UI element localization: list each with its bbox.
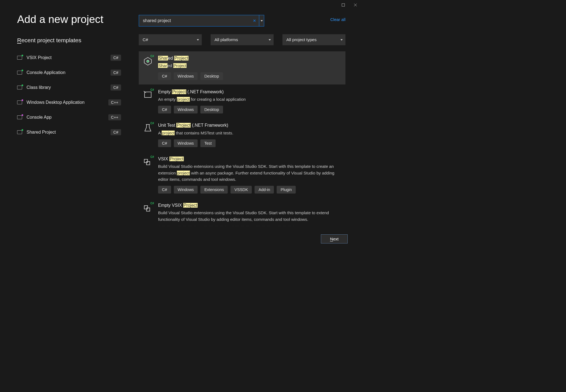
template-icon: C# (143, 157, 153, 167)
template-tag: Test (200, 139, 216, 147)
chevron-down-icon (340, 39, 343, 41)
template-title: VSIX Project (158, 156, 341, 162)
template-tag: C# (158, 106, 171, 113)
search-row: ✕ Clear all (139, 12, 345, 27)
template-tag: Extensions (200, 226, 228, 226)
template-tag: C# (158, 139, 171, 147)
template-title: Unit Test Project (.NET Framework) (158, 122, 341, 128)
recent-template-lang: C# (111, 84, 121, 91)
recent-templates-list: VSIX Project C# Console Application C# C… (17, 50, 121, 140)
template-title: Empty Project (.NET Framework) (158, 89, 341, 95)
template-description: Build Visual Studio extensions using the… (158, 163, 341, 182)
recent-template-lang: C# (111, 70, 121, 76)
close-button[interactable] (349, 1, 361, 9)
template-tag: Windows (174, 139, 198, 147)
template-tag: Desktop (200, 72, 223, 80)
search-input[interactable] (139, 18, 250, 23)
svg-rect-9 (146, 161, 150, 165)
titlebar (0, 0, 362, 10)
project-icon (17, 100, 23, 105)
template-tag: Plugin (277, 186, 295, 194)
svg-rect-0 (342, 4, 345, 6)
template-icon: C# (143, 56, 153, 66)
recent-template-name: Shared Project (27, 130, 111, 135)
chevron-down-icon (269, 39, 271, 41)
recent-template-item[interactable]: Shared Project C# (17, 125, 121, 140)
recent-template-name: Console Application (27, 70, 111, 75)
language-filter[interactable]: C# (139, 34, 202, 45)
chevron-down-icon (197, 39, 199, 41)
filter-row: C# All platforms All project types (139, 34, 345, 45)
project-icon (17, 70, 23, 75)
template-title: Empty VSIX Project (158, 202, 341, 208)
template-tag: Plugin (277, 226, 295, 226)
template-tag: VSSDK (230, 186, 252, 194)
template-tag: C# (158, 186, 171, 194)
page-title: Add a new project (17, 13, 121, 25)
project-type-filter-value: All project types (286, 37, 316, 42)
project-icon (17, 55, 23, 60)
recent-template-item[interactable]: Windows Desktop Application C++ (17, 95, 121, 110)
clear-all-link[interactable]: Clear all (330, 15, 345, 22)
template-icon: C# (143, 203, 153, 213)
template-description: A project that contains MSTest unit test… (158, 130, 341, 136)
recent-template-item[interactable]: VSIX Project C# (17, 50, 121, 65)
template-description: Build Visual Studio extensions using the… (158, 210, 341, 223)
recent-template-item[interactable]: Console App C++ (17, 110, 121, 125)
language-filter-value: C# (143, 37, 148, 42)
template-tag: Windows (174, 72, 198, 80)
recent-template-name: VSIX Project (27, 55, 111, 60)
template-tags: C#WindowsExtensionsVSSDKAdd-inPlugin (158, 226, 341, 226)
recent-template-item[interactable]: Console Application C# (17, 65, 121, 80)
maximize-button[interactable] (337, 1, 349, 9)
recent-template-lang: C# (111, 55, 121, 61)
template-description: An empty project for creating a local ap… (158, 96, 341, 102)
template-tag: Extensions (200, 186, 228, 194)
template-tag: Add-in (255, 186, 274, 194)
next-button[interactable]: Next (321, 234, 348, 243)
template-item[interactable]: C# Shared Project Shared Project C#Windo… (139, 51, 345, 84)
template-tag: C# (158, 226, 171, 226)
project-icon (17, 129, 23, 135)
recent-templates-heading: Recent project templates (17, 37, 121, 44)
project-icon (17, 85, 23, 90)
recent-template-lang: C++ (108, 114, 121, 120)
search-dropdown-button[interactable] (259, 15, 264, 26)
template-tag: Add-in (255, 226, 274, 226)
template-tags: C#WindowsDesktop (158, 106, 341, 113)
right-pane: ✕ Clear all C# All platforms (128, 12, 345, 226)
dialog-window: Add a new project Recent project templat… (0, 0, 362, 251)
template-item[interactable]: C# VSIX Project Build Visual Studio exte… (139, 152, 345, 198)
project-type-filter[interactable]: All project types (282, 34, 345, 45)
template-item[interactable]: C# Empty VSIX Project Build Visual Studi… (139, 198, 345, 226)
search-box: ✕ (139, 15, 264, 27)
svg-rect-11 (146, 208, 150, 211)
recent-template-item[interactable]: Class library C# (17, 80, 121, 95)
recent-template-name: Console App (27, 115, 108, 120)
platform-filter-value: All platforms (214, 37, 238, 42)
template-tag: Windows (174, 106, 198, 113)
template-tag: Windows (174, 226, 198, 226)
recent-template-name: Class library (27, 85, 111, 90)
template-tags: C#WindowsTest (158, 139, 341, 147)
template-title: Shared Project (158, 55, 341, 61)
search-clear-button[interactable]: ✕ (250, 18, 259, 23)
footer: Next (0, 226, 362, 251)
recent-template-lang: C# (111, 129, 121, 135)
recent-template-name: Windows Desktop Application (27, 100, 108, 105)
template-item[interactable]: C# Unit Test Project (.NET Framework) A … (139, 118, 345, 152)
svg-point-4 (147, 60, 149, 62)
svg-rect-8 (144, 159, 148, 163)
template-tag: Desktop (200, 106, 223, 113)
platform-filter[interactable]: All platforms (211, 34, 274, 45)
template-tag: Windows (174, 186, 198, 194)
template-tags: C#WindowsExtensionsVSSDKAdd-inPlugin (158, 186, 341, 194)
template-item[interactable]: C# Empty Project (.NET Framework) An emp… (139, 85, 345, 118)
recent-template-lang: C++ (108, 99, 121, 105)
template-tag: VSSDK (230, 226, 252, 226)
template-list: C# Shared Project Shared Project C#Windo… (139, 51, 345, 226)
project-icon (17, 115, 23, 120)
content-area: Add a new project Recent project templat… (0, 10, 362, 226)
left-pane: Add a new project Recent project templat… (17, 12, 128, 226)
template-description: Shared Project (158, 62, 341, 69)
